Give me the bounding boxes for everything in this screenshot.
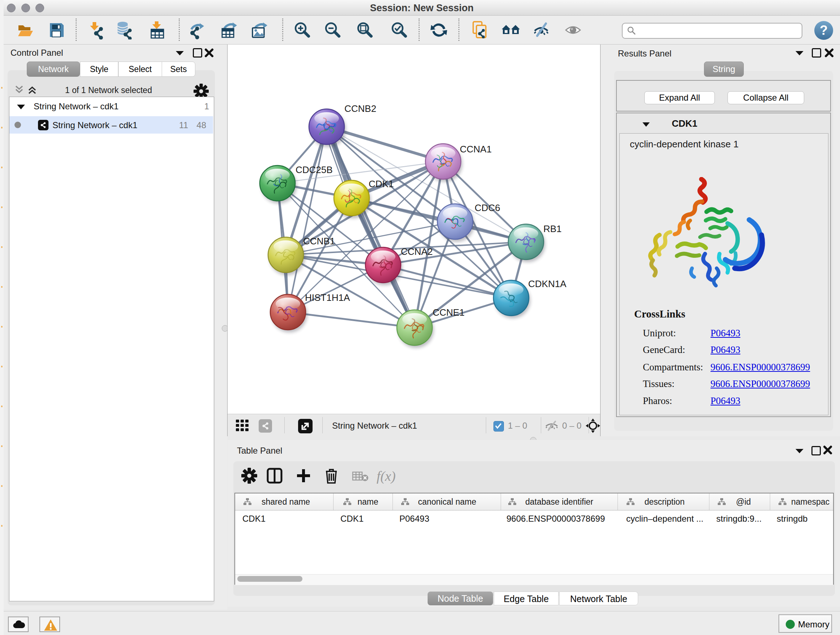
svg-text:CDK1: CDK1	[369, 179, 393, 189]
svg-text:CCNE1: CCNE1	[433, 307, 464, 318]
svg-text:CCNB2: CCNB2	[344, 103, 376, 114]
svg-text:CCNA1: CCNA1	[460, 144, 492, 155]
svg-text:CDC25B: CDC25B	[295, 165, 333, 175]
svg-text:CDKN1A: CDKN1A	[528, 279, 567, 289]
svg-text:CCNA2: CCNA2	[401, 246, 433, 257]
svg-text:CDC6: CDC6	[475, 203, 500, 213]
svg-text:HIST1H1A: HIST1H1A	[305, 292, 350, 303]
svg-text:CCNB1: CCNB1	[303, 236, 335, 247]
svg-text:RB1: RB1	[543, 223, 562, 234]
